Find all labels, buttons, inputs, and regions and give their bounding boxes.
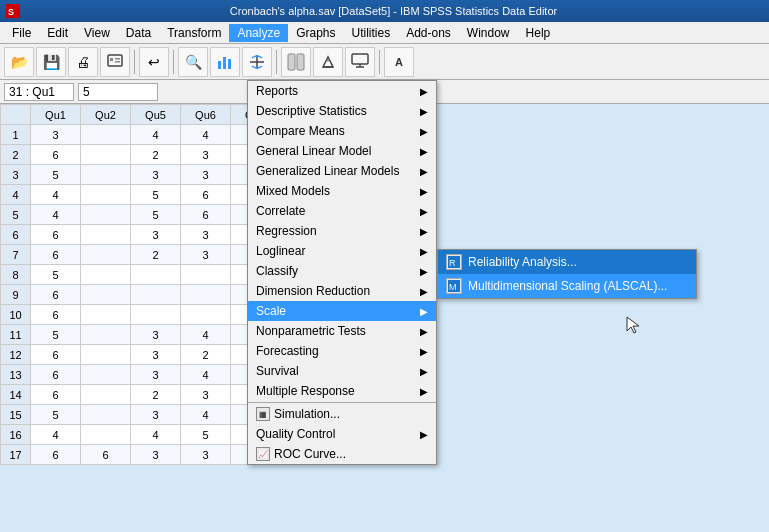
menu-data[interactable]: Data xyxy=(118,24,159,42)
cell[interactable] xyxy=(131,305,181,325)
dialog-button[interactable] xyxy=(100,47,130,77)
cell[interactable]: 3 xyxy=(181,165,231,185)
cell[interactable]: 6 xyxy=(181,205,231,225)
zoom-button[interactable]: A xyxy=(384,47,414,77)
cell[interactable]: 4 xyxy=(181,405,231,425)
cell[interactable]: 5 xyxy=(131,205,181,225)
print-button[interactable]: 🖨 xyxy=(68,47,98,77)
menu-transform[interactable]: Transform xyxy=(159,24,229,42)
cell[interactable]: 3 xyxy=(131,365,181,385)
menu-nonparametric-tests[interactable]: Nonparametric Tests ▶ xyxy=(248,321,436,341)
menu-utilities[interactable]: Utilities xyxy=(343,24,398,42)
cell-value[interactable] xyxy=(78,83,158,101)
cell[interactable]: 4 xyxy=(131,125,181,145)
menu-roc-curve[interactable]: 📈 ROC Curve... xyxy=(248,444,436,464)
menu-generalized-linear-models[interactable]: Generalized Linear Models ▶ xyxy=(248,161,436,181)
weight-button[interactable] xyxy=(313,47,343,77)
split-button[interactable] xyxy=(281,47,311,77)
cell[interactable] xyxy=(131,285,181,305)
cell[interactable] xyxy=(81,425,131,445)
undo-button[interactable]: ↩ xyxy=(139,47,169,77)
menu-reports[interactable]: Reports ▶ xyxy=(248,81,436,101)
cell[interactable]: 3 xyxy=(181,145,231,165)
cell-reference[interactable] xyxy=(4,83,74,101)
menu-reliability-analysis[interactable]: R Reliability Analysis... xyxy=(438,250,696,274)
cell[interactable]: 4 xyxy=(131,425,181,445)
cell[interactable]: 3 xyxy=(181,245,231,265)
cell[interactable]: 2 xyxy=(131,385,181,405)
cell[interactable]: 6 xyxy=(31,225,81,245)
menu-forecasting[interactable]: Forecasting ▶ xyxy=(248,341,436,361)
cell[interactable] xyxy=(81,285,131,305)
cell[interactable]: 5 xyxy=(31,325,81,345)
cell[interactable]: 6 xyxy=(31,145,81,165)
cell[interactable] xyxy=(81,205,131,225)
cell[interactable]: 4 xyxy=(31,425,81,445)
cell[interactable] xyxy=(181,285,231,305)
cell[interactable]: 5 xyxy=(131,185,181,205)
cell[interactable]: 2 xyxy=(181,345,231,365)
analyze-dropdown[interactable]: Reports ▶ Descriptive Statistics ▶ Compa… xyxy=(247,80,437,465)
cell[interactable] xyxy=(81,225,131,245)
variable-button[interactable] xyxy=(242,47,272,77)
cell[interactable]: 3 xyxy=(131,445,181,465)
cell[interactable]: 4 xyxy=(31,205,81,225)
cell[interactable]: 4 xyxy=(181,365,231,385)
menu-descriptive-stats[interactable]: Descriptive Statistics ▶ xyxy=(248,101,436,121)
chart-button[interactable] xyxy=(210,47,240,77)
cell[interactable] xyxy=(81,165,131,185)
menu-simulation[interactable]: ▦ Simulation... xyxy=(248,404,436,424)
cell[interactable] xyxy=(81,245,131,265)
cell[interactable] xyxy=(81,145,131,165)
cell[interactable] xyxy=(81,405,131,425)
cell[interactable] xyxy=(181,265,231,285)
menu-survival[interactable]: Survival ▶ xyxy=(248,361,436,381)
cell[interactable] xyxy=(181,305,231,325)
cell[interactable] xyxy=(81,325,131,345)
cell[interactable]: 6 xyxy=(31,305,81,325)
save-button[interactable]: 💾 xyxy=(36,47,66,77)
menu-regression[interactable]: Regression ▶ xyxy=(248,221,436,241)
menu-multidimensional-scaling[interactable]: M Multidimensional Scaling (ALSCAL)... xyxy=(438,274,696,298)
select-button[interactable] xyxy=(345,47,375,77)
cell[interactable]: 3 xyxy=(131,225,181,245)
cell[interactable]: 3 xyxy=(181,385,231,405)
menu-compare-means[interactable]: Compare Means ▶ xyxy=(248,121,436,141)
find-button[interactable]: 🔍 xyxy=(178,47,208,77)
cell[interactable] xyxy=(81,125,131,145)
col-header-qu5[interactable]: Qu5 xyxy=(131,105,181,125)
cell[interactable]: 2 xyxy=(131,145,181,165)
menu-view[interactable]: View xyxy=(76,24,118,42)
cell[interactable]: 5 xyxy=(31,265,81,285)
cell[interactable]: 6 xyxy=(181,185,231,205)
cell[interactable]: 6 xyxy=(31,285,81,305)
cell[interactable] xyxy=(81,265,131,285)
menu-scale[interactable]: Scale ▶ xyxy=(248,301,436,321)
cell[interactable] xyxy=(131,265,181,285)
scale-submenu[interactable]: R Reliability Analysis... M Multidimensi… xyxy=(437,249,697,299)
menu-edit[interactable]: Edit xyxy=(39,24,76,42)
cell[interactable]: 4 xyxy=(181,325,231,345)
cell[interactable]: 3 xyxy=(181,445,231,465)
cell[interactable]: 3 xyxy=(131,165,181,185)
menu-correlate[interactable]: Correlate ▶ xyxy=(248,201,436,221)
cell[interactable]: 3 xyxy=(131,405,181,425)
menu-general-linear-model[interactable]: General Linear Model ▶ xyxy=(248,141,436,161)
menu-classify[interactable]: Classify ▶ xyxy=(248,261,436,281)
cell[interactable]: 3 xyxy=(131,325,181,345)
open-button[interactable]: 📂 xyxy=(4,47,34,77)
cell[interactable] xyxy=(81,385,131,405)
cell[interactable] xyxy=(81,185,131,205)
cell[interactable]: 5 xyxy=(31,165,81,185)
cell[interactable] xyxy=(81,345,131,365)
menu-analyze[interactable]: Analyze xyxy=(229,24,288,42)
cell[interactable]: 3 xyxy=(31,125,81,145)
cell[interactable]: 4 xyxy=(181,125,231,145)
col-header-qu1[interactable]: Qu1 xyxy=(31,105,81,125)
cell[interactable] xyxy=(81,365,131,385)
cell[interactable]: 6 xyxy=(31,245,81,265)
menu-help[interactable]: Help xyxy=(518,24,559,42)
cell[interactable]: 6 xyxy=(31,445,81,465)
cell[interactable]: 6 xyxy=(31,345,81,365)
cell[interactable]: 6 xyxy=(31,365,81,385)
